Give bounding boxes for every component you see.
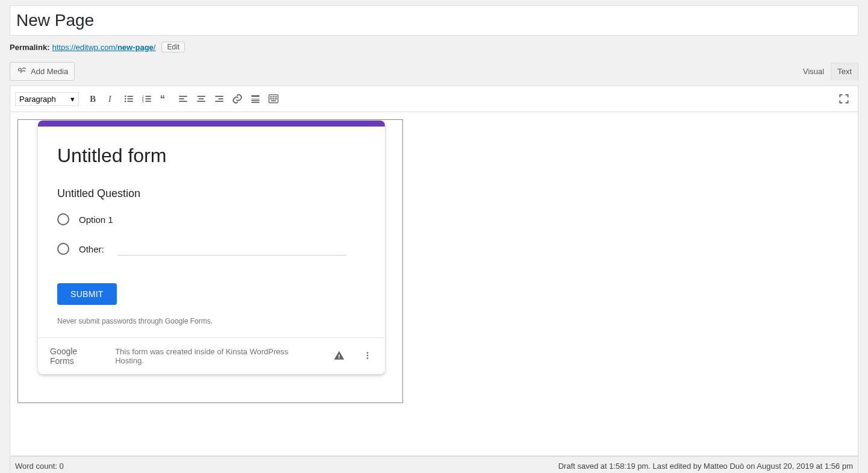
- form-warning-text: Never submit passwords through Google Fo…: [57, 317, 366, 325]
- page-title-input[interactable]: [10, 5, 858, 36]
- form-footer: Google Forms This form was created insid…: [38, 337, 385, 374]
- editor-tabs: Visual Text: [796, 63, 858, 80]
- svg-rect-4: [128, 96, 133, 97]
- radio-icon[interactable]: [57, 213, 69, 225]
- form-option-other-label: Other:: [79, 244, 104, 254]
- google-forms-logo[interactable]: Google Forms: [50, 346, 98, 366]
- svg-rect-35: [275, 98, 277, 99]
- tab-visual[interactable]: Visual: [796, 63, 831, 80]
- align-right-button[interactable]: [210, 90, 228, 108]
- align-center-button[interactable]: [192, 90, 210, 108]
- numbered-list-button[interactable]: 123: [138, 90, 156, 108]
- permalink-trail: /: [154, 43, 156, 52]
- editor-body[interactable]: Untitled form Untitled Question Option 1…: [10, 112, 858, 456]
- permalink-link[interactable]: https://editwp.com/new-page/: [52, 43, 155, 52]
- more-vertical-icon[interactable]: [362, 350, 373, 363]
- form-option-1[interactable]: Option 1: [57, 213, 366, 225]
- svg-rect-18: [179, 101, 187, 102]
- add-media-button[interactable]: Add Media: [10, 62, 75, 81]
- svg-rect-28: [251, 102, 259, 103]
- svg-rect-24: [215, 101, 223, 102]
- chevron-down-icon: ▾: [70, 95, 75, 104]
- svg-point-39: [367, 352, 369, 354]
- form-option-1-label: Option 1: [79, 215, 113, 225]
- svg-rect-27: [251, 100, 259, 101]
- svg-rect-20: [199, 98, 204, 99]
- permalink-row: Permalink: https://editwp.com/new-page/ …: [10, 36, 858, 52]
- toolbar-toggle-button[interactable]: [264, 90, 283, 108]
- svg-rect-33: [270, 98, 272, 99]
- svg-rect-25: [251, 95, 259, 97]
- svg-rect-32: [275, 96, 277, 98]
- word-count: Word count: 0: [15, 462, 64, 471]
- svg-rect-19: [197, 96, 205, 97]
- form-accent-bar: [38, 121, 385, 127]
- svg-text:“: “: [160, 93, 165, 105]
- svg-rect-6: [128, 98, 133, 99]
- permalink-base: https://editwp.com/: [52, 43, 117, 52]
- svg-point-0: [19, 68, 22, 71]
- svg-point-41: [367, 357, 369, 359]
- svg-rect-31: [272, 96, 274, 98]
- svg-rect-34: [272, 98, 274, 99]
- fullscreen-button[interactable]: [835, 90, 853, 108]
- other-text-input[interactable]: [117, 242, 346, 255]
- svg-point-5: [125, 98, 126, 100]
- form-submit-button[interactable]: SUBMIT: [57, 283, 117, 305]
- form-footer-text: This form was created inside of Kinsta W…: [115, 347, 299, 365]
- svg-rect-16: [179, 96, 187, 97]
- svg-rect-8: [128, 101, 133, 102]
- insert-more-button[interactable]: [246, 90, 264, 108]
- google-form-card: Untitled form Untitled Question Option 1…: [38, 121, 385, 374]
- tab-text[interactable]: Text: [831, 63, 858, 80]
- svg-rect-38: [339, 357, 340, 359]
- svg-text:I: I: [108, 94, 112, 104]
- svg-rect-14: [146, 101, 151, 102]
- svg-text:3: 3: [142, 99, 144, 103]
- bullet-list-button[interactable]: [120, 90, 138, 108]
- editor-status-bar: Word count: 0 Draft saved at 1:58:19 pm.…: [10, 456, 858, 473]
- align-left-button[interactable]: [174, 90, 192, 108]
- svg-rect-36: [271, 101, 276, 102]
- permalink-label: Permalink:: [10, 43, 49, 52]
- permalink-slug: new-page: [117, 43, 154, 52]
- editor-container: Paragraph ▾ B I 123 “ Untitled form: [10, 86, 858, 456]
- svg-rect-17: [179, 98, 184, 99]
- svg-rect-10: [146, 96, 151, 97]
- embedded-iframe-box[interactable]: Untitled form Untitled Question Option 1…: [17, 119, 403, 403]
- bold-button[interactable]: B: [84, 90, 102, 108]
- editor-toolbar: Paragraph ▾ B I 123 “: [10, 86, 858, 112]
- format-selector[interactable]: Paragraph ▾: [15, 92, 79, 106]
- svg-point-3: [125, 96, 126, 98]
- last-edit-status: Draft saved at 1:58:19 pm. Last edited b…: [558, 462, 853, 471]
- warning-triangle-icon[interactable]: [333, 349, 345, 363]
- svg-rect-37: [339, 354, 340, 357]
- svg-rect-12: [146, 98, 151, 99]
- add-media-label: Add Media: [31, 67, 68, 76]
- svg-rect-26: [251, 98, 259, 99]
- form-question: Untitled Question: [57, 187, 366, 200]
- svg-rect-22: [215, 96, 223, 97]
- format-selector-label: Paragraph: [19, 95, 56, 104]
- italic-button[interactable]: I: [102, 90, 120, 108]
- permalink-edit-button[interactable]: Edit: [161, 42, 185, 52]
- svg-rect-23: [218, 98, 223, 99]
- link-button[interactable]: [228, 90, 246, 108]
- media-icon: [16, 65, 27, 78]
- svg-rect-30: [270, 96, 272, 98]
- blockquote-button[interactable]: “: [156, 90, 174, 108]
- svg-point-40: [367, 354, 369, 356]
- svg-rect-21: [197, 101, 205, 102]
- svg-point-7: [125, 101, 126, 102]
- svg-text:B: B: [90, 94, 96, 104]
- form-title: Untitled form: [57, 145, 366, 167]
- form-option-other[interactable]: Other:: [57, 242, 366, 255]
- radio-icon[interactable]: [57, 243, 69, 255]
